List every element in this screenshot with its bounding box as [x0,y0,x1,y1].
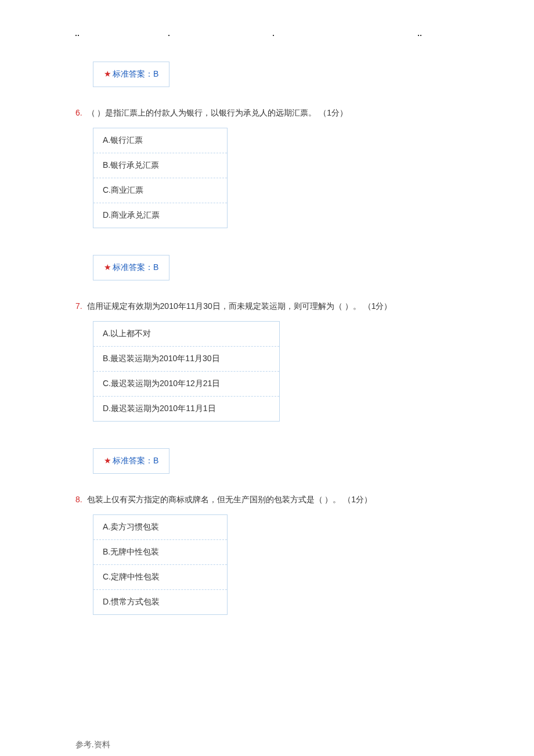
footer-text: 参考.资料 [75,740,110,750]
question-text: 信用证规定有效期为2010年11月30日，而未规定装运期，则可理解为（ ）。 （… [87,301,392,311]
question-text: 包装上仅有买方指定的商标或牌名，但无生产国别的包装方式是（ ）。 （1分） [87,495,373,504]
answer-label: 标准答案： [113,69,153,78]
option-b: B.最迟装运期为2010年11月30日 [93,347,279,372]
answer-value: B [153,69,158,78]
option-c: C.定牌中性包装 [93,565,227,590]
answer-box-7: ★标准答案：B [93,448,169,474]
question-number: 8. [75,495,82,504]
option-b: B.无牌中性包装 [93,540,227,565]
option-a: A.以上都不对 [93,322,279,347]
question-number: 7. [75,301,82,311]
options-box-6: A.银行汇票 B.银行承兑汇票 C.商业汇票 D.商业承兑汇票 [93,128,228,228]
question-6: 6. （ ）是指汇票上的付款人为银行，以银行为承兑人的远期汇票。 （1分） [75,108,459,118]
answer-value: B [153,456,158,465]
option-a: A.卖方习惯包装 [93,515,227,540]
question-8: 8. 包装上仅有买方指定的商标或牌名，但无生产国别的包装方式是（ ）。 （1分） [75,495,459,505]
options-box-8: A.卖方习惯包装 B.无牌中性包装 C.定牌中性包装 D.惯常方式包装 [93,514,228,615]
option-c: C.最迟装运期为2010年12月21日 [93,372,279,397]
star-icon: ★ [104,69,111,78]
header-separator [0,35,534,37]
question-7: 7. 信用证规定有效期为2010年11月30日，而未规定装运期，则可理解为（ ）… [75,301,459,312]
star-icon: ★ [104,456,111,465]
question-number: 6. [75,108,82,117]
option-d: D.商业承兑汇票 [93,203,227,228]
star-icon: ★ [104,262,111,272]
answer-value: B [153,262,158,272]
option-a: A.银行汇票 [93,128,227,153]
answer-label: 标准答案： [113,262,153,272]
answer-box-6: ★标准答案：B [93,255,169,280]
answer-label: 标准答案： [113,456,153,465]
option-c: C.商业汇票 [93,178,227,203]
option-d: D.惯常方式包装 [93,590,227,614]
option-b: B.银行承兑汇票 [93,153,227,178]
question-text: （ ）是指汇票上的付款人为银行，以银行为承兑人的远期汇票。 （1分） [87,108,348,117]
answer-box-5: ★标准答案：B [93,62,169,87]
option-d: D.最迟装运期为2010年11月1日 [93,397,279,421]
options-box-7: A.以上都不对 B.最迟装运期为2010年11月30日 C.最迟装运期为2010… [93,321,280,422]
